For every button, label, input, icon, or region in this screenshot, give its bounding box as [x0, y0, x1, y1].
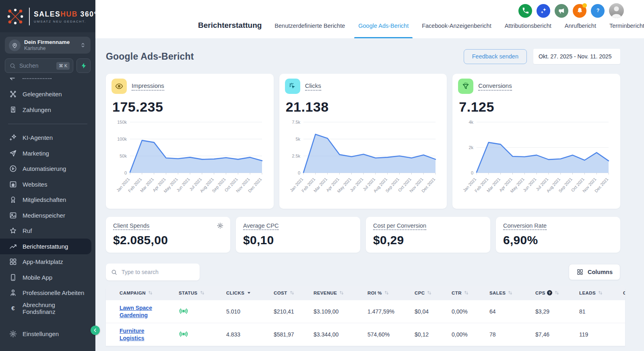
sidebar-item-zahlungen[interactable]: Zahlungen [0, 102, 91, 118]
column-label: REVENUE [314, 291, 337, 295]
tab-terminbericht[interactable]: Terminbericht [609, 23, 644, 38]
sidebar-item-medienspeicher[interactable]: Medienspeicher [0, 208, 91, 223]
notifications-button[interactable] [573, 4, 586, 18]
sidebar-item-mitgliedschaften[interactable]: Mitgliedschaften [0, 192, 91, 208]
metric-card-clicks: Clicks21.1387.5k5k2.5k0Jan 2021Feb 2021M… [279, 74, 447, 209]
memberships-icon [9, 195, 17, 204]
sparkles-icon [540, 7, 547, 15]
column-header-campaign[interactable]: CAMPAIGN [106, 290, 175, 296]
tab-benutzerdefinierte-berichte[interactable]: Benutzerdefinierte Berichte [274, 23, 346, 38]
top-header: Berichterstattung Benutzerdefinierte Ber… [95, 0, 644, 38]
campaign-link[interactable]: Lawn Space Gardening [120, 304, 167, 319]
sort-desc-icon [246, 290, 252, 296]
user-avatar[interactable] [609, 3, 624, 18]
gear-icon[interactable] [217, 222, 224, 229]
sidebar-item-label: Marketing [23, 150, 49, 157]
kpi-value: 6,90% [503, 233, 613, 247]
column-label: LEADS [579, 291, 596, 295]
opportunities-icon [9, 90, 17, 98]
sidebar-item-einstellungen[interactable]: Einstellungen [0, 326, 91, 342]
svg-text:4k: 4k [469, 120, 474, 125]
column-header-clicks[interactable]: CLICKS [223, 290, 270, 296]
cell-campaign: Lawn Space Gardening [106, 304, 175, 319]
ai-agents-icon [9, 133, 17, 142]
impressions-chart: 150k100k50k0Jan 2021Feb 2021Mar 2021Apr … [111, 116, 268, 196]
announcements-button[interactable] [555, 4, 568, 18]
column-header-extra[interactable]: C [620, 291, 625, 295]
sidebar-item-ki-agenten[interactable]: KI-Agenten [0, 130, 91, 146]
sidebar-search-input[interactable] [19, 62, 53, 69]
sidebar-item-mobile-app[interactable]: Mobile App [0, 270, 91, 285]
campaigns-table: CAMPAIGNSTATUSCLICKSCOSTREVENUEROI %CPCC… [106, 285, 625, 346]
sort-icon [463, 290, 469, 296]
sidebar-item-app-marktplatz[interactable]: App-Marktplatz [0, 254, 91, 270]
cell-ctr: 0,00% [448, 331, 486, 338]
phone-button[interactable] [518, 4, 532, 18]
tab-facebook-anzeigenbericht[interactable]: Facebook-Anzeigenbericht [421, 23, 492, 38]
page-content: Google Ads-Bericht Feedback senden Okt. … [95, 38, 644, 351]
sidebar-item-partial[interactable] [0, 78, 91, 87]
settings-icon [9, 330, 17, 338]
sidebar-item-marketing[interactable]: Marketing [0, 145, 91, 161]
column-header-status[interactable]: STATUS [175, 290, 223, 296]
svg-text:0: 0 [298, 170, 300, 175]
metric-card-impressions: Impressions175.235150k100k50k0Jan 2021Fe… [106, 74, 274, 209]
funnel-icon [461, 82, 470, 91]
columns-button[interactable]: Columns [569, 264, 620, 280]
tab-anrufbericht[interactable]: Anrufbericht [564, 23, 597, 38]
quick-actions-button[interactable] [76, 58, 91, 73]
reputation-icon [9, 226, 17, 235]
cell-roi: 574,60% [364, 331, 411, 338]
sidebar-item-ruf[interactable]: Ruf [0, 223, 91, 239]
chevron-left-icon [93, 328, 98, 333]
kpi-label: Cost per Conversion [373, 222, 426, 230]
date-range-picker[interactable]: Okt. 27. 2025 - Nov. 11. 2025 [533, 49, 620, 64]
sort-icon [339, 290, 345, 296]
column-header-cost[interactable]: COST [270, 290, 310, 296]
sidebar-item-professionelle-arbeiten[interactable]: Professionelle Arbeiten [0, 285, 91, 301]
sort-icon [597, 290, 603, 296]
sort-icon [289, 290, 295, 296]
sidebar-collapse-button[interactable] [91, 326, 100, 335]
column-label: SALES [489, 291, 506, 295]
sort-icon [384, 290, 390, 296]
kpi-value: $2.085,00 [113, 233, 223, 247]
sidebar-item-websites[interactable]: Websites [0, 177, 91, 192]
table-search-input[interactable] [122, 269, 195, 275]
sidebar-item-label: Gelegenheiten [23, 91, 62, 98]
sort-icon [507, 290, 513, 296]
sidebar-item-label: Professionelle Arbeiten [23, 289, 84, 296]
ai-assistant-button[interactable] [537, 4, 550, 18]
metric-value: 21.138 [286, 99, 442, 115]
column-header-revenue[interactable]: REVENUE [310, 290, 364, 296]
svg-text:€: € [11, 305, 14, 312]
help-button[interactable]: ? [591, 4, 605, 18]
column-header-cpc[interactable]: CPC [411, 290, 448, 296]
column-header-leads[interactable]: LEADS [576, 290, 620, 296]
cell-ctr: 0,00% [448, 308, 486, 315]
column-header-roi[interactable]: ROI % [364, 290, 411, 296]
campaign-link[interactable]: Furniture Logistics [120, 327, 167, 342]
sidebar-item-berichterstattung[interactable]: Berichterstattung [0, 239, 91, 254]
kpi-label: Client Spends [113, 222, 149, 230]
workspace-selector[interactable]: Dein Firmenname Karlsruhe [5, 37, 91, 54]
cell-revenue: $3.109,00 [310, 308, 364, 315]
billing-icon: € [9, 304, 17, 313]
mobile-icon [9, 273, 17, 282]
table-body: Lawn Space Gardening5.010$210,41$3.109,0… [106, 300, 625, 346]
column-header-cps[interactable]: CPS? [532, 290, 576, 296]
column-header-sales[interactable]: SALES [486, 290, 532, 296]
sidebar-item-gelegenheiten[interactable]: Gelegenheiten [0, 87, 91, 102]
tab-attributionsbericht[interactable]: Attributionsbericht [504, 23, 552, 38]
sidebar-search[interactable]: ⌘ K [5, 58, 73, 73]
sidebar-nav: GelegenheitenZahlungenKI-AgentenMarketin… [0, 78, 95, 351]
cell-revenue: $3.344,00 [310, 331, 364, 338]
sort-icon [147, 290, 153, 296]
feedback-button[interactable]: Feedback senden [464, 49, 527, 64]
sidebar: SALESHUB 360° UMSATZ NEU GEDACHT. Dein F… [0, 0, 95, 351]
sidebar-item-automatisierung[interactable]: Automatisierung [0, 161, 91, 177]
tab-google-ads-bericht[interactable]: Google Ads-Bericht [357, 23, 409, 38]
sidebar-item-abrechnung-fondsfinanz[interactable]: €Abrechnung Fondsfinanz [0, 301, 91, 316]
table-search[interactable] [106, 264, 200, 280]
column-header-ctr[interactable]: CTR [448, 290, 486, 296]
